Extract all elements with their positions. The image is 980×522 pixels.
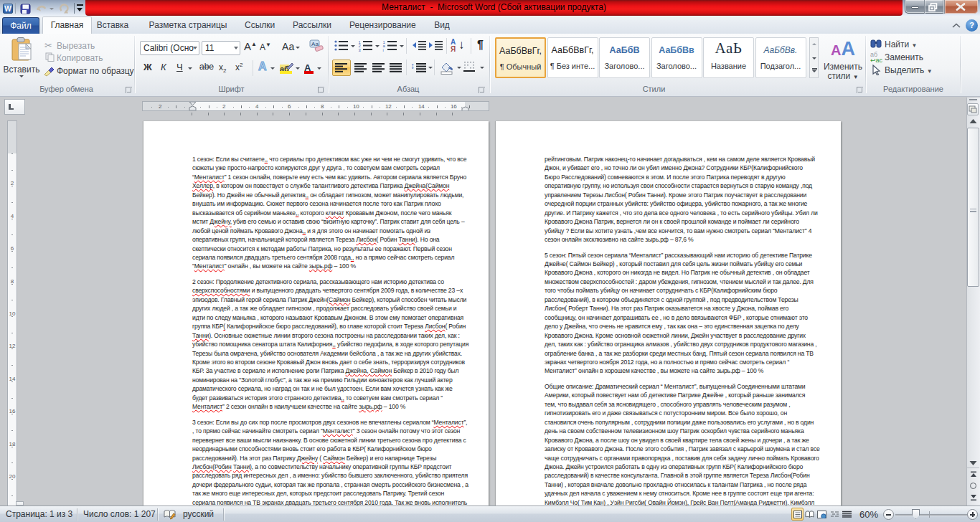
svg-text:3: 3 bbox=[359, 48, 362, 52]
svg-text:i: i bbox=[383, 48, 384, 52]
svg-text:Аа: Аа bbox=[311, 41, 319, 47]
